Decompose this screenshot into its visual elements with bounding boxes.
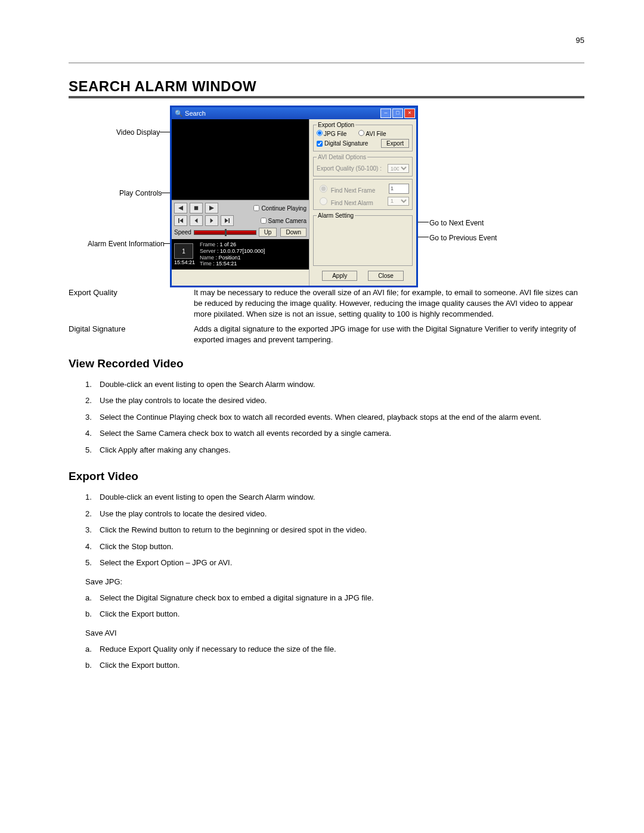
frame-label: Frame [200,241,215,247]
alarm-thumb: 1 [174,243,193,259]
speed-label: Speed [174,229,191,236]
close-button[interactable]: Close [368,271,404,281]
same-camera-checkbox[interactable]: Same Camera [261,218,306,224]
view-recorded-heading: View Recorded Video [69,357,584,370]
jpg-radio[interactable]: JPG File [317,130,346,137]
name-value: Position1 [219,255,241,261]
speed-slider[interactable] [194,230,256,235]
export-button[interactable]: Export [381,139,409,148]
alarm-setting-group: Alarm Setting [313,212,413,266]
server-label: Server [200,248,216,254]
list-item: Select the Export Option – JPG or AVI. [85,555,584,571]
apply-button[interactable]: Apply [322,271,357,281]
prev-button[interactable] [190,215,203,226]
video-display [172,119,309,200]
callout-go-next: Go to Next Event [429,219,484,227]
window-titlebar: 🔍 Search – □ × [172,107,416,119]
avi-options-group: AVI Detail Options Export Quality (50-10… [313,154,413,176]
find-next-frame-radio[interactable]: Find Next Frame [317,183,375,194]
heading-underline [69,96,584,98]
minimize-icon[interactable]: – [380,109,391,118]
avi-radio[interactable]: AVI File [358,130,386,137]
export-option-legend: Export Option [317,122,355,128]
digital-signature-checkbox[interactable]: Digital Signature [317,140,368,147]
list-item: Select the Continue Playing check box to… [85,409,584,426]
svg-rect-3 [178,218,179,223]
rewind-button[interactable] [174,203,187,213]
list-item: Reduce Export Quality only if necessary … [85,641,584,658]
stop-button[interactable] [190,203,203,213]
time-label: Time [200,261,212,267]
svg-marker-5 [195,218,198,223]
save-avi-list: Reduce Export Quality only if necessary … [69,641,584,674]
list-item: Click the Export button. [85,657,584,674]
export-quality-select[interactable]: 100 [388,164,409,173]
term-digital-signature: Digital Signature [69,324,188,345]
maximize-icon[interactable]: □ [392,109,403,118]
list-item: Click the Export button. [85,606,584,623]
svg-rect-8 [228,218,230,223]
list-item: Click the Stop button. [85,538,584,555]
list-item: Select the Same Camera check box to watc… [85,425,584,442]
export-video-heading: Export Video [69,470,584,483]
svg-marker-0 [178,206,183,210]
page-number: 95 [69,36,584,45]
alarm-thumb-time: 15:54:21 [174,259,195,265]
main-heading: SEARCH ALARM WINDOW [69,78,584,95]
down-button[interactable]: Down [280,228,306,237]
up-button[interactable]: Up [259,228,277,237]
list-item: Use the play controls to locate the desi… [85,506,584,522]
continue-playing-checkbox[interactable]: Continue Playing [253,205,306,212]
name-label: Name [200,255,214,261]
frame-value: 1 of 26 [220,241,237,247]
view-steps-list: Double-click an event listing to open th… [69,376,584,459]
svg-marker-4 [179,218,183,223]
step-back-button[interactable] [174,215,187,226]
next-button[interactable] [205,215,218,226]
find-next-alarm-select[interactable]: 1 [388,197,409,206]
svg-marker-6 [210,218,213,223]
list-item: Double-click an event listing to open th… [85,489,584,506]
play-controls: Continue Playing Same Camera Speed [172,200,309,239]
server-value: 10.0.0.77[100.000] [220,248,265,254]
svg-marker-7 [225,218,228,223]
find-next-alarm-radio[interactable]: Find Next Alarm [317,196,373,206]
callout-alarm-info: Alarm Event Information [88,240,165,248]
play-button[interactable] [205,203,218,213]
callout-video-display: Video Display [116,128,160,137]
step-fwd-button[interactable] [221,215,234,226]
window-title: 🔍 Search [175,110,206,117]
top-rule [69,63,584,63]
list-item: Use the play controls to locate the desi… [85,392,584,409]
export-option-group: Export Option JPG File AVI File Digital … [313,122,413,151]
desc-digital-signature: Adds a digital signature to the exported… [194,324,584,345]
find-next-frame-input[interactable] [389,184,409,194]
alarm-event-info: 1 15:54:21 Frame : 1 of 26 Server : 10.0… [172,239,309,270]
close-icon[interactable]: × [404,109,415,118]
callout-go-prev: Go to Previous Event [429,234,497,242]
list-item: Click the Rewind button to return to the… [85,522,584,538]
save-jpg-list: Select the Digital Signature check box t… [69,590,584,623]
figure-wrap: Video Display Play Controls Alarm Event … [69,106,584,278]
export-quality-label: Export Quality (50-100) : [317,165,382,172]
save-avi-label: Save AVI [69,623,584,641]
svg-marker-2 [209,206,214,210]
callout-play-controls: Play Controls [119,189,162,197]
export-steps-list: Double-click an event listing to open th… [69,489,584,571]
time-value: 15:54:21 [216,261,237,267]
list-item: Select the Digital Signature check box t… [85,590,584,606]
desc-export-quality: It may be necessary to reduce the overal… [194,287,584,320]
avi-legend: AVI Detail Options [317,154,367,160]
list-item: Click Apply after making any changes. [85,442,584,459]
svg-rect-1 [194,206,198,210]
list-item: Double-click an event listing to open th… [85,376,584,393]
save-jpg-label: Save JPG: [69,571,584,590]
definitions-table: Export Quality It may be necessary to re… [69,287,584,345]
search-alarm-window: 🔍 Search – □ × [170,106,418,287]
alarm-setting-legend: Alarm Setting [317,212,355,219]
find-next-group: Find Next Frame Find Next Alarm 1 [313,179,413,210]
term-export-quality: Export Quality [69,287,188,320]
